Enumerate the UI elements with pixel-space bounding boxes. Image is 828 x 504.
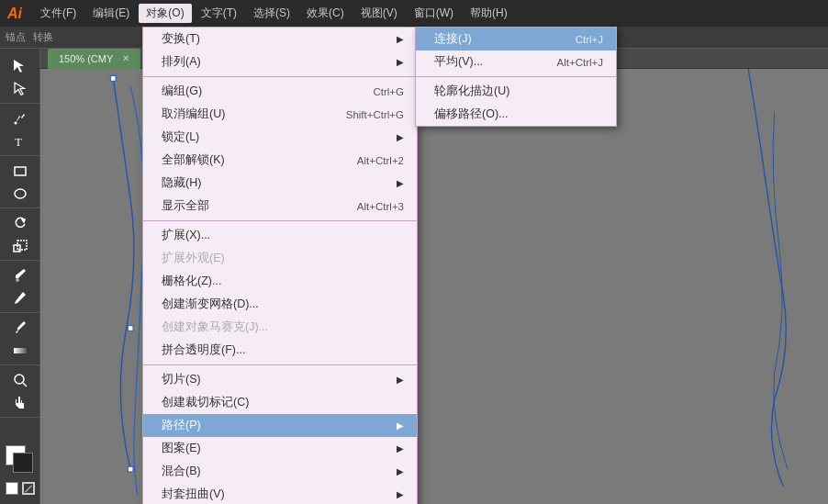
canvas-tab-item[interactable]: 150% (CMY ✕ [48, 49, 140, 69]
menu-show-all[interactable]: 显示全部 Alt+Ctrl+3 [143, 195, 417, 218]
app-logo: Ai [7, 6, 22, 22]
menu-envelope-distort[interactable]: 封套扭曲(V) ▶ [143, 483, 417, 504]
title-bar: Ai 文件(F) 编辑(E) 对象(O) 文字(T) 选择(S) 效果(C) 视… [0, 0, 828, 27]
menu-ungroup[interactable]: 取消编组(U) Shift+Ctrl+G [143, 103, 417, 126]
menu-arrange[interactable]: 排列(A) ▶ [143, 50, 417, 73]
submenu-outline-stroke[interactable]: 轮廓化描边(U) [416, 80, 616, 103]
submenu-join[interactable]: 连接(J) Ctrl+J [416, 28, 616, 50]
draw-tools: T [0, 105, 39, 156]
transform-tools [0, 209, 39, 261]
type-tool[interactable]: T [4, 130, 37, 152]
menu-edit[interactable]: 编辑(E) [85, 4, 137, 23]
none-swatch[interactable] [22, 482, 35, 495]
menu-expand-appearance[interactable]: 扩展外观(E) [143, 247, 417, 270]
path-submenu-dropdown[interactable]: 连接(J) Ctrl+J 平均(V)... Alt+Ctrl+J 轮廓化描边(U… [415, 27, 617, 127]
menu-file[interactable]: 文件(F) [33, 4, 84, 23]
menu-view[interactable]: 视图(V) [353, 4, 405, 23]
brush-tool[interactable] [4, 264, 37, 286]
menu-lock[interactable]: 锁定(L) ▶ [143, 126, 417, 149]
scale-tool[interactable] [4, 235, 37, 257]
menu-slice[interactable]: 切片(S) ▶ [143, 368, 417, 391]
menu-window[interactable]: 窗口(W) [407, 4, 461, 23]
menu-flatten-transparency[interactable]: 拼合透明度(F)... [143, 339, 417, 362]
ellipse-tool[interactable] [4, 183, 37, 205]
rotate-tool[interactable] [4, 212, 37, 234]
submenu-average[interactable]: 平均(V)... Alt+Ctrl+J [416, 50, 616, 73]
menu-help[interactable]: 帮助(H) [463, 4, 515, 23]
selection-tool[interactable] [4, 55, 37, 77]
zoom-tool[interactable] [4, 369, 37, 391]
submenu-offset-path[interactable]: 偏移路径(O)... [416, 103, 616, 126]
svg-line-9 [23, 383, 27, 386]
direct-selection-tool[interactable] [4, 78, 37, 100]
menu-effect[interactable]: 效果(C) [299, 4, 352, 23]
svg-rect-2 [15, 167, 26, 175]
paint-tools [0, 262, 39, 313]
svg-rect-10 [110, 76, 116, 82]
menu-create-object-mosaic[interactable]: 创建对象马赛克(J)... [143, 316, 417, 339]
menu-group[interactable]: 编组(G) Ctrl+G [143, 80, 417, 103]
object-menu-dropdown[interactable]: 变换(T) ▶ 排列(A) ▶ 编组(G) Ctrl+G 取消编组(U) Shi… [142, 27, 418, 504]
svg-point-0 [14, 122, 17, 125]
separator-1 [143, 76, 417, 77]
sub-separator-1 [416, 76, 616, 77]
tab-close-icon[interactable]: ✕ [122, 53, 129, 63]
svg-rect-12 [128, 466, 133, 472]
anchor-label: 锚点 [6, 30, 26, 44]
menu-unlock-all[interactable]: 全部解锁(K) Alt+Ctrl+2 [143, 149, 417, 172]
gradient-tool[interactable] [4, 340, 37, 362]
menu-transform[interactable]: 变换(T) ▶ [143, 28, 417, 50]
pen-tool[interactable] [4, 107, 37, 129]
menu-expand[interactable]: 扩展(X)... [143, 224, 417, 247]
eyedropper-tool[interactable] [4, 317, 37, 339]
menu-hide[interactable]: 隐藏(H) ▶ [143, 172, 417, 195]
hand-tool[interactable] [4, 392, 37, 414]
foreground-color-swatch[interactable] [13, 453, 33, 473]
menu-select[interactable]: 选择(S) [246, 4, 297, 23]
menu-create-trim-marks[interactable]: 创建裁切标记(C) [143, 391, 417, 414]
fill-swatch[interactable] [6, 482, 18, 495]
svg-text:T: T [15, 135, 22, 149]
rectangle-tool[interactable] [4, 160, 37, 182]
menu-blend[interactable]: 混合(B) ▶ [143, 460, 417, 483]
menu-type[interactable]: 文字(T) [194, 4, 244, 23]
menu-path[interactable]: 路径(P) ▶ [143, 414, 417, 437]
menu-object[interactable]: 对象(O) [139, 4, 191, 23]
svg-point-6 [16, 278, 19, 282]
menu-rasterize[interactable]: 栅格化(Z)... [143, 270, 417, 293]
transform-label: 转换 [33, 30, 53, 44]
svg-point-8 [15, 375, 24, 384]
shape-tools [0, 157, 39, 208]
color-swatches [6, 445, 39, 495]
tab-label: 150% (CMY [59, 53, 113, 64]
svg-point-3 [15, 189, 26, 198]
svg-rect-11 [128, 326, 133, 331]
menu-bar: 文件(F) 编辑(E) 对象(O) 文字(T) 选择(S) 效果(C) 视图(V… [33, 4, 821, 23]
selection-tools [0, 52, 39, 104]
view-tools [0, 366, 39, 418]
menu-pattern[interactable]: 图案(E) ▶ [143, 437, 417, 460]
svg-rect-7 [14, 348, 27, 353]
left-toolbar: T [0, 49, 40, 504]
misc-tools [0, 314, 39, 365]
separator-2 [143, 220, 417, 221]
pencil-tool[interactable] [4, 287, 37, 309]
separator-3 [143, 364, 417, 365]
menu-create-gradient-mesh[interactable]: 创建渐变网格(D)... [143, 293, 417, 316]
